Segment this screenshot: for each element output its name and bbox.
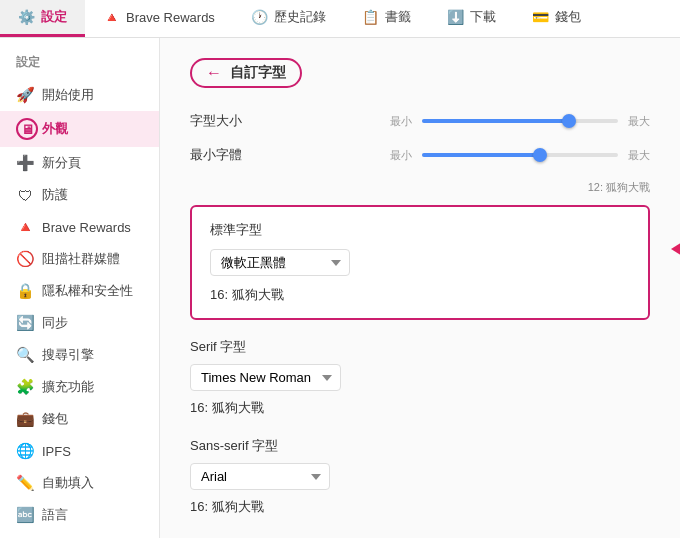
back-button[interactable]: ← 自訂字型 [190, 58, 302, 88]
shields-icon: 🛡 [16, 187, 34, 204]
min-font-size-slider-container: 最小 最大 [390, 148, 650, 163]
tab-bookmarks[interactable]: 📋 書籤 [344, 0, 429, 37]
sync-icon: 🔄 [16, 314, 34, 332]
min-font-size-track[interactable] [422, 153, 618, 157]
standard-font-select[interactable]: 微軟正黑體 [210, 249, 350, 276]
sidebar-item-autofill[interactable]: ✏️ 自動填入 [0, 467, 159, 499]
page-header: ← 自訂字型 [190, 58, 650, 88]
sidebar-section-title: 設定 [0, 54, 159, 79]
font-size-min-label: 最小 [390, 114, 412, 129]
standard-font-region: 標準字型 微軟正黑體 16: 狐狗大戰 改成微軟正黑體 [190, 205, 650, 338]
tab-settings[interactable]: ⚙️ 設定 [0, 0, 85, 37]
min-font-size-thumb[interactable] [533, 148, 547, 162]
sidebar-item-shields[interactable]: 🛡 防護 [0, 179, 159, 211]
privacy-icon: 🔒 [16, 282, 34, 300]
sidebar-item-new-tab[interactable]: ➕ 新分頁 [0, 147, 159, 179]
standard-font-select-row: 微軟正黑體 [210, 249, 630, 276]
min-font-size-label: 最小字體 [190, 146, 242, 164]
ipfs-icon: 🌐 [16, 442, 34, 460]
bookmarks-icon: 📋 [362, 9, 379, 25]
sidebar-item-ipfs[interactable]: 🌐 IPFS [0, 435, 159, 467]
font-size-fill [422, 119, 569, 123]
page-title: 自訂字型 [230, 64, 286, 82]
appearance-icon: 🖥 [16, 118, 34, 140]
min-font-size-max-label: 最大 [628, 148, 650, 163]
min-font-size-fill [422, 153, 540, 157]
wallets-icon: 💼 [16, 410, 34, 428]
tab-history[interactable]: 🕐 歷史記錄 [233, 0, 344, 37]
history-icon: 🕐 [251, 9, 268, 25]
arrow-line [671, 239, 680, 259]
brave-rewards-icon: 🔺 [103, 9, 120, 25]
settings-icon: ⚙️ [18, 9, 35, 25]
font-size-track[interactable] [422, 119, 618, 123]
sidebar-item-privacy-security[interactable]: 🔒 隱私權和安全性 [0, 275, 159, 307]
tab-downloads[interactable]: ⬇️ 下載 [429, 0, 514, 37]
annotation-arrow: 改成微軟正黑體 [671, 235, 680, 263]
rocket-icon: 🚀 [16, 86, 34, 104]
sidebar-item-brave-rewards[interactable]: 🔺 Brave Rewards [0, 211, 159, 243]
sidebar-item-social-blocking[interactable]: 🚫 阻擋社群媒體 [0, 243, 159, 275]
social-blocking-icon: 🚫 [16, 250, 34, 268]
downloads-icon: ⬇️ [447, 9, 464, 25]
standard-font-box: 標準字型 微軟正黑體 16: 狐狗大戰 [190, 205, 650, 320]
tab-brave-rewards[interactable]: 🔺 Brave Rewards [85, 0, 233, 37]
top-nav: ⚙️ 設定 🔺 Brave Rewards 🕐 歷史記錄 📋 書籤 ⬇️ 下載 … [0, 0, 680, 38]
sidebar-item-extensions[interactable]: 🧩 擴充功能 [0, 371, 159, 403]
sans-serif-font-preview: 16: 狐狗大戰 [190, 498, 650, 516]
sidebar-item-search[interactable]: 🔍 搜尋引擎 [0, 339, 159, 371]
standard-font-preview: 16: 狐狗大戰 [210, 286, 630, 304]
back-arrow-icon: ← [206, 64, 222, 82]
main-layout: 設定 🚀 開始使用 🖥 外觀 ➕ 新分頁 🛡 防護 🔺 Brave Reward… [0, 38, 680, 538]
wallet-icon: 💳 [532, 9, 549, 25]
tab-wallet[interactable]: 💳 錢包 [514, 0, 599, 37]
serif-font-title: Serif 字型 [190, 338, 650, 356]
new-tab-icon: ➕ [16, 154, 34, 172]
font-size-label: 字型大小 [190, 112, 242, 130]
sans-serif-font-select[interactable]: Arial [190, 463, 330, 490]
sidebar-item-sync[interactable]: 🔄 同步 [0, 307, 159, 339]
sidebar-item-appearance[interactable]: 🖥 外觀 [0, 111, 159, 147]
serif-font-preview: 16: 狐狗大戰 [190, 399, 650, 417]
sidebar-item-language[interactable]: 🔤 語言 [0, 499, 159, 531]
sans-serif-font-title: Sans-serif 字型 [190, 437, 650, 455]
sidebar: 設定 🚀 開始使用 🖥 外觀 ➕ 新分頁 🛡 防護 🔺 Brave Reward… [0, 38, 160, 538]
min-font-size-min-label: 最小 [390, 148, 412, 163]
extensions-icon: 🧩 [16, 378, 34, 396]
search-icon: 🔍 [16, 346, 34, 364]
autofill-icon: ✏️ [16, 474, 34, 492]
sidebar-item-wallets[interactable]: 💼 錢包 [0, 403, 159, 435]
brave-rewards-side-icon: 🔺 [16, 218, 34, 236]
min-font-note: 12: 狐狗大戰 [190, 180, 650, 195]
main-content: ← 自訂字型 字型大小 最小 最大 最小字體 最小 [160, 38, 680, 538]
standard-font-title: 標準字型 [210, 221, 630, 239]
serif-font-select[interactable]: Times New Roman [190, 364, 341, 391]
serif-font-section: Serif 字型 Times New Roman 16: 狐狗大戰 [190, 338, 650, 417]
sidebar-item-getting-started[interactable]: 🚀 開始使用 [0, 79, 159, 111]
font-size-max-label: 最大 [628, 114, 650, 129]
font-size-thumb[interactable] [562, 114, 576, 128]
sans-serif-font-section: Sans-serif 字型 Arial 16: 狐狗大戰 [190, 437, 650, 516]
font-size-row: 字型大小 最小 最大 [190, 112, 650, 130]
font-size-slider-container: 最小 最大 [390, 114, 650, 129]
language-icon: 🔤 [16, 506, 34, 524]
min-font-size-row: 最小字體 最小 最大 [190, 146, 650, 164]
